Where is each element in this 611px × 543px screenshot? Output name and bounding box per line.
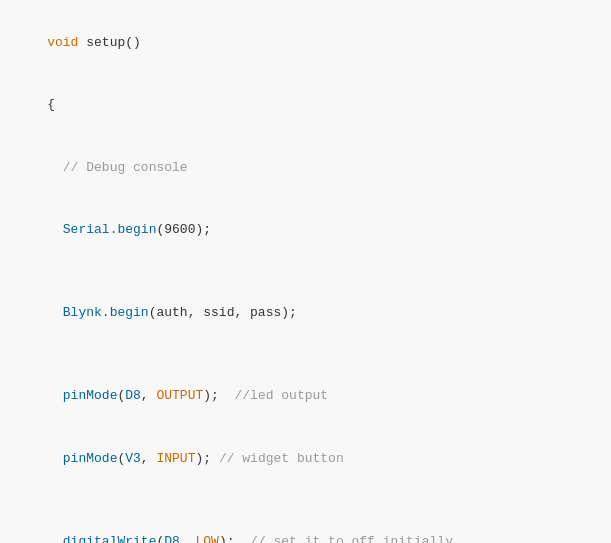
serial-begin: Serial.begin: [47, 222, 156, 237]
blynk-begin: Blynk.begin: [47, 305, 148, 320]
pinmode-d8-close: );: [203, 388, 234, 403]
func-setup: setup(): [86, 35, 141, 50]
brace-open-1: {: [47, 97, 55, 112]
code-editor: void setup() { // Debug console Serial.b…: [0, 0, 611, 543]
code-line-7: [16, 345, 595, 366]
pinmode-v3: pinMode: [47, 451, 117, 466]
code-line-3: // Debug console: [16, 137, 595, 199]
keyword-void: void: [47, 35, 86, 50]
pin-d8: D8: [125, 388, 141, 403]
comment-led: //led output: [235, 388, 329, 403]
code-line-10: [16, 490, 595, 511]
pinmode-d8: pinMode: [47, 388, 117, 403]
input-const: INPUT: [156, 451, 195, 466]
pin-v3: V3: [125, 451, 141, 466]
code-line-9: pinMode(V3, INPUT); // widget button: [16, 428, 595, 490]
dw-pin-d8: D8: [164, 534, 180, 543]
comma3: ,: [180, 534, 196, 543]
comment-debug: // Debug console: [47, 160, 187, 175]
blynk-begin-args: (auth, ssid, pass);: [149, 305, 297, 320]
code-line-1: void setup(): [16, 12, 595, 74]
serial-begin-args: (9600);: [156, 222, 211, 237]
low-const: LOW: [195, 534, 218, 543]
digitalwrite-close: );: [219, 534, 250, 543]
code-line-4: Serial.begin(9600);: [16, 199, 595, 261]
digitalwrite-d8: digitalWrite: [47, 534, 156, 543]
code-line-11: digitalWrite(D8, LOW); // set it to off …: [16, 511, 595, 543]
output-const: OUTPUT: [156, 388, 203, 403]
comment-widget: // widget button: [219, 451, 344, 466]
comma1: ,: [141, 388, 157, 403]
pinmode-v3-close: );: [195, 451, 218, 466]
comment-off: // set it to off initially: [250, 534, 453, 543]
comma2: ,: [141, 451, 157, 466]
code-line-8: pinMode(D8, OUTPUT); //led output: [16, 366, 595, 428]
code-line-2: {: [16, 74, 595, 136]
code-line-5: [16, 262, 595, 283]
code-line-6: Blynk.begin(auth, ssid, pass);: [16, 282, 595, 344]
